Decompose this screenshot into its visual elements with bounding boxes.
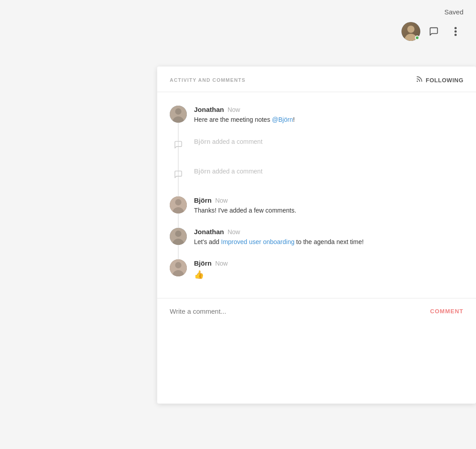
panel-title: ACTIVITY AND COMMENTS xyxy=(170,77,246,83)
following-button[interactable]: FOLLOWING xyxy=(416,76,463,84)
list-item: Björn Now Thanks! I've added a few comme… xyxy=(170,190,463,222)
avatar-bjorn xyxy=(170,259,187,276)
system-activity-text: Björn added a comment xyxy=(194,137,463,147)
timestamp: Now xyxy=(228,228,240,236)
panel-header: ACTIVITY AND COMMENTS FOLLOWING xyxy=(157,67,476,92)
user-name: Björn xyxy=(194,196,212,204)
comment-input-area: COMMENT xyxy=(157,298,476,324)
user-name: Björn xyxy=(194,259,212,267)
activity-content: Björn Now Thanks! I've added a few comme… xyxy=(194,196,463,215)
online-indicator xyxy=(415,36,419,40)
avatar-jonathan xyxy=(170,106,187,123)
activity-content: Björn Now 👍 xyxy=(194,259,463,281)
link-improved-onboarding[interactable]: Improved user onboarding xyxy=(221,238,294,245)
timestamp: Now xyxy=(228,106,240,113)
system-activity-text: Björn added a comment xyxy=(194,167,463,176)
activity-content: Björn added a comment xyxy=(194,167,463,176)
svg-point-3 xyxy=(417,81,418,81)
comment-button[interactable]: COMMENT xyxy=(430,308,463,315)
avatar-bjorn xyxy=(170,196,187,213)
saved-status: Saved xyxy=(444,8,463,16)
activity-header: Björn Now xyxy=(194,259,463,267)
list-item: Björn Now 👍 xyxy=(170,253,463,287)
rss-icon xyxy=(416,76,423,84)
svg-point-0 xyxy=(454,27,457,29)
activity-text: Here are the meeting notes @Björn! xyxy=(194,115,463,124)
activity-content: Jonathan Now Here are the meeting notes … xyxy=(194,106,463,124)
activity-text: Thanks! I've added a few comments. xyxy=(194,206,463,215)
avatar-jonathan xyxy=(170,228,187,245)
svg-point-2 xyxy=(454,34,457,36)
list-item: Jonathan Now Here are the meeting notes … xyxy=(170,99,463,131)
user-avatar-header[interactable] xyxy=(401,22,420,41)
svg-point-1 xyxy=(454,31,457,33)
activity-content: Björn added a comment xyxy=(194,137,463,147)
activity-panel: ACTIVITY AND COMMENTS FOLLOWING Jonathan… xyxy=(157,67,476,404)
comment-icon xyxy=(174,170,183,181)
comment-input[interactable] xyxy=(170,307,430,315)
comment-icon-wrap xyxy=(170,137,187,154)
comment-icon xyxy=(174,140,183,151)
activity-list: Jonathan Now Here are the meeting notes … xyxy=(157,92,476,294)
list-item: Björn added a comment xyxy=(170,160,463,190)
more-options-button[interactable] xyxy=(447,23,463,40)
following-label: FOLLOWING xyxy=(426,77,463,84)
list-item: Björn added a comment xyxy=(170,131,463,160)
comment-icon-wrap xyxy=(170,167,187,184)
activity-header: Björn Now xyxy=(194,196,463,204)
mention-bjorn: @Björn xyxy=(272,116,293,123)
activity-header: Jonathan Now xyxy=(194,228,463,236)
activity-text: 👍 xyxy=(194,269,463,281)
user-name: Jonathan xyxy=(194,228,224,236)
user-name: Jonathan xyxy=(194,106,224,113)
chat-icon-button[interactable] xyxy=(426,23,442,40)
list-item: Jonathan Now Let's add Improved user onb… xyxy=(170,222,463,253)
activity-text: Let's add Improved user onboarding to th… xyxy=(194,237,463,247)
timestamp: Now xyxy=(215,197,228,204)
activity-content: Jonathan Now Let's add Improved user onb… xyxy=(194,228,463,247)
activity-header: Jonathan Now xyxy=(194,106,463,113)
timestamp: Now xyxy=(215,260,228,267)
